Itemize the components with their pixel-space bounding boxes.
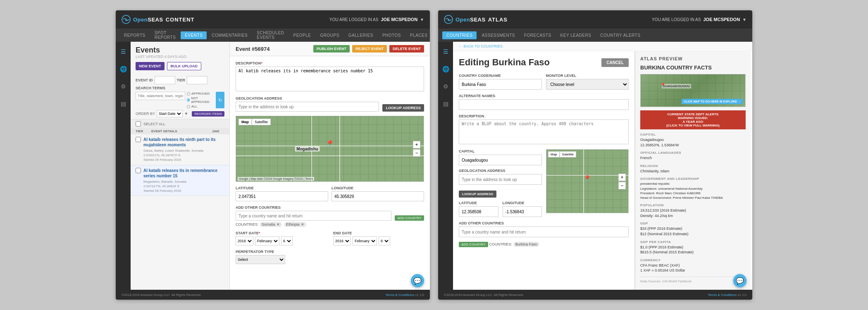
atlas-tab-key-leaders[interactable]: KEY LEADERS bbox=[556, 31, 596, 39]
atlas-tab-assessments[interactable]: ASSESSMENTS bbox=[477, 31, 519, 39]
terms-link[interactable]: Terms & Conditions bbox=[386, 293, 414, 297]
click-map-button[interactable]: CLICK MAP TO GO HERE IN EXPLORE → bbox=[682, 99, 743, 104]
tab-people[interactable]: PEOPLE bbox=[289, 31, 315, 39]
radio-all[interactable]: ALL bbox=[187, 105, 214, 108]
search-input[interactable] bbox=[136, 92, 185, 100]
list-item[interactable]: Al kataib releases its ninth part to its… bbox=[131, 134, 229, 165]
atlas-lon-input[interactable] bbox=[503, 206, 542, 217]
atlas-panel: ★ OpenSEAS ATLAS YOU ARE LOGGED IN AS JO… bbox=[438, 10, 752, 300]
tab-places[interactable]: PLACES bbox=[406, 31, 430, 39]
atlas-lat-input[interactable] bbox=[459, 206, 498, 217]
fab-chat-button[interactable]: 💬 bbox=[411, 274, 424, 287]
lookup-address-button[interactable]: LOOKUP ADDRESS bbox=[382, 104, 424, 112]
atlas-tab-country-alerts[interactable]: COUNTRY ALERTS bbox=[596, 31, 644, 39]
atlas-zoom-out[interactable]: − bbox=[618, 182, 626, 189]
map-tab-map[interactable]: Map bbox=[238, 119, 252, 125]
atlas-terms-link[interactable]: Terms & Conditions bbox=[708, 293, 737, 297]
sidebar-icon-bars[interactable]: ☰ bbox=[117, 46, 129, 57]
sidebar-icon-globe[interactable]: 🌐 bbox=[117, 63, 129, 75]
atlas-fab-button[interactable]: 💬 bbox=[733, 274, 746, 287]
bulk-upload-button[interactable]: BULK UPLOAD bbox=[167, 62, 202, 70]
delete-button[interactable]: DELETE EVENT bbox=[389, 45, 424, 52]
tab-groups[interactable]: GROUPS bbox=[316, 31, 343, 39]
sidebar-icon-gear[interactable]: ⚙ bbox=[117, 81, 129, 92]
tab-photos[interactable]: PHOTOS bbox=[378, 31, 405, 39]
atlas-add-country-row bbox=[459, 227, 629, 237]
monitor-level-select[interactable]: Choose level bbox=[546, 79, 629, 90]
add-country-button[interactable]: ADD COUNTRY bbox=[395, 215, 424, 221]
country-code-input[interactable] bbox=[459, 79, 542, 90]
atlas-description-textarea[interactable] bbox=[459, 119, 629, 144]
start-month-select[interactable]: February bbox=[255, 236, 279, 246]
zoom-out-button[interactable]: − bbox=[413, 149, 420, 157]
alert-banner[interactable]: CURRENT STATE DEPT ALERTS WARNING ISSUED… bbox=[640, 110, 746, 129]
remove-somalia-icon[interactable]: ✕ bbox=[277, 222, 280, 227]
atlas-zoom-in[interactable]: + bbox=[618, 174, 626, 181]
events-subtitle: LAST UPDATED 4 DAYS AGO bbox=[136, 55, 224, 59]
atlas-country-chip-bf: Burkina Faso bbox=[513, 242, 539, 247]
description-textarea[interactable]: Al katib releases its in rememberance se… bbox=[236, 67, 424, 91]
tab-events[interactable]: EVENTS bbox=[181, 31, 207, 39]
atlas-lookup-button[interactable]: LOOKUP ADDRESS bbox=[459, 191, 496, 198]
atlas-geo-input[interactable] bbox=[459, 174, 542, 185]
atlas-navbar: ★ OpenSEAS ATLAS YOU ARE LOGGED IN AS JO… bbox=[438, 10, 752, 29]
map-pin: 📍 bbox=[325, 140, 334, 149]
required-marker: * bbox=[261, 61, 263, 65]
fact-government: GOVERNMENT AND LEADERSHIP presidential r… bbox=[640, 177, 746, 200]
back-to-countries-link[interactable]: ← BACK TO COUNTRIES bbox=[459, 44, 503, 48]
reorder-button[interactable]: REORDER ITEMS bbox=[192, 111, 224, 117]
atlas-brand: ★ OpenSEAS ATLAS bbox=[444, 15, 508, 24]
select-all-checkbox[interactable] bbox=[136, 121, 141, 126]
tab-galleries[interactable]: GALLERIES bbox=[344, 31, 377, 39]
atlas-sidebar-icon-list[interactable]: ▤ bbox=[440, 98, 451, 110]
start-day-select[interactable]: 6 bbox=[281, 236, 293, 246]
new-event-button[interactable]: NEW EVENT bbox=[136, 62, 165, 70]
alternate-names-input[interactable] bbox=[459, 99, 629, 110]
atlas-dropdown-icon[interactable]: ▼ bbox=[742, 17, 746, 22]
dropdown-icon[interactable]: ▼ bbox=[420, 17, 424, 22]
capital-input[interactable] bbox=[459, 155, 542, 165]
map-tab-satellite[interactable]: Satellite bbox=[252, 119, 271, 125]
longitude-input[interactable] bbox=[331, 191, 424, 201]
end-day-select[interactable]: 6 bbox=[379, 236, 390, 246]
atlas-sidebar-icon-gear[interactable]: ⚙ bbox=[440, 81, 451, 92]
list-item[interactable]: Al kataib releases its in remembrance se… bbox=[131, 165, 229, 196]
atlas-sidebar-icon-bars[interactable]: ☰ bbox=[440, 46, 451, 57]
radio-approved[interactable]: APPROVED bbox=[187, 92, 214, 95]
tab-scheduled-events[interactable]: SCHEDULED EVENTS bbox=[253, 29, 288, 41]
publish-button[interactable]: PUBLISH EVENT bbox=[313, 45, 350, 52]
tab-reports[interactable]: REPORTS bbox=[120, 31, 150, 39]
atlas-sidebar-icon-globe[interactable]: 🌐 bbox=[440, 63, 451, 75]
refresh-button[interactable]: ↻ bbox=[216, 92, 224, 108]
country-chip-ethiopia: Ethiopia ✕ bbox=[284, 222, 306, 227]
atlas-tab-forecasts[interactable]: FORECASTS bbox=[520, 31, 556, 39]
events-actions: NEW EVENT BULK UPLOAD bbox=[136, 62, 224, 70]
atlas-breadcrumb: ← BACK TO COUNTRIES bbox=[453, 42, 752, 51]
start-year-select[interactable]: 2016 bbox=[236, 236, 253, 246]
latitude-input[interactable] bbox=[236, 191, 328, 201]
perpetrator-select[interactable]: Select bbox=[236, 255, 285, 264]
atlas-add-country-button[interactable]: ADD COUNTRY bbox=[459, 242, 488, 247]
atlas-map-tab-satellite[interactable]: Satellite bbox=[560, 151, 576, 157]
event-id-input[interactable] bbox=[155, 76, 175, 84]
remove-ethiopia-icon[interactable]: ✕ bbox=[301, 222, 304, 227]
order-by-select[interactable]: Start Date bbox=[157, 110, 183, 117]
tab-spot-reports[interactable]: SPOT REPORTS bbox=[150, 29, 180, 41]
atlas-add-country-input[interactable] bbox=[459, 227, 629, 237]
zoom-in-button[interactable]: + bbox=[413, 141, 420, 148]
sidebar-icon-list[interactable]: ▤ bbox=[117, 98, 129, 110]
radio-not-approved[interactable]: NOT APPROVED bbox=[187, 96, 214, 104]
add-country-input[interactable] bbox=[236, 211, 391, 221]
cancel-button[interactable]: CANCEL bbox=[601, 58, 629, 67]
event-checkbox-2[interactable] bbox=[136, 168, 141, 173]
atlas-tab-countries[interactable]: COUNTRIES bbox=[442, 31, 477, 39]
tab-commentaries[interactable]: COMMENTARIES bbox=[207, 31, 252, 39]
reject-button[interactable]: REJECT EVENT bbox=[352, 45, 387, 52]
end-year-select[interactable]: 2016 bbox=[333, 236, 351, 246]
end-month-select[interactable]: February bbox=[353, 236, 377, 246]
event-content-1: Al kataib releases its ninth part to its… bbox=[143, 137, 224, 162]
event-checkbox-1[interactable] bbox=[136, 137, 141, 142]
geo-input[interactable] bbox=[236, 102, 379, 112]
atlas-map-tab-map[interactable]: Map bbox=[548, 151, 560, 157]
tier-input[interactable] bbox=[187, 76, 207, 84]
